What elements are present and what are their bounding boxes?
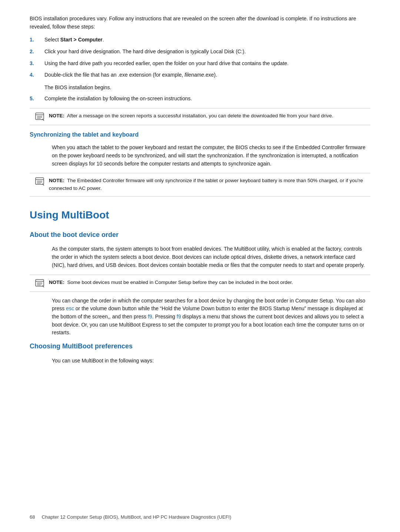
note-content-2: The Embedded Controller firmware will on… [49,178,363,191]
list-item: 5. Complete the installation by followin… [30,95,370,103]
bios-installation-begins: The BIOS installation begins. [44,84,370,92]
note-label-3: NOTE: [49,280,64,285]
step-content-4: Double-click the file that has an .exe e… [44,71,370,79]
sync-heading: Synchronizing the tablet and keyboard [30,130,370,140]
list-item: 1. Select Start > Computer. [30,36,370,44]
note-label-2: NOTE: [49,178,64,183]
note-icon-1 [35,113,45,121]
step-content-5: Complete the installation by following t… [44,95,370,103]
list-item: 2. Click your hard drive designation. Th… [30,48,370,56]
note-content-1: After a message on the screen reports a … [67,113,333,118]
step-number-5: 5. [30,95,44,103]
step-4-subtext: The BIOS installation begins. [44,84,370,92]
step-number-3: 3. [30,60,44,68]
list-item: 3. Using the hard drive path you recorde… [30,60,370,68]
step-number-2: 2. [30,48,44,56]
note-icon-2 [35,177,45,186]
note-box-2: NOTE: The Embedded Controller firmware w… [30,173,370,197]
footer: 68 Chapter 12 Computer Setup (BIOS), Mul… [30,513,370,521]
choosing-heading: Choosing MultiBoot preferences [30,341,370,352]
bold-text: Start > Computer [60,37,103,43]
note-content-3: Some boot devices must be enabled in Com… [67,280,293,285]
step-number-4: 4. [30,71,44,79]
note-text-1: NOTE: After a message on the screen repo… [49,112,333,120]
note-box-3: NOTE: Some boot devices must be enabled … [30,275,370,292]
list-item: 4. Double-click the file that has an .ex… [30,71,370,79]
step-number-1: 1. [30,36,44,44]
note-label-1: NOTE: [49,113,64,118]
note-text-2: NOTE: The Embedded Controller firmware w… [49,177,365,193]
footer-chapter-text: Chapter 12 Computer Setup (BIOS), MultiB… [42,514,231,520]
sync-paragraph: When you attach the tablet to the power … [52,144,370,168]
f9-link-1: f9 [148,314,152,319]
intro-paragraph: BIOS installation procedures vary. Follo… [30,15,370,31]
esc-link: esc [66,305,74,311]
step-content-2: Click your hard drive designation. The h… [44,48,370,56]
note-icon-3 [35,279,45,288]
steps-list: 1. Select Start > Computer. 2. Click you… [30,36,370,79]
chapter-heading: Using MultiBoot [30,207,370,223]
boot-paragraph-2: You can change the order in which the co… [52,297,370,337]
step-content-1: Select Start > Computer. [44,36,370,44]
page-container: BIOS installation procedures vary. Follo… [0,0,400,532]
italic-filename: filename [184,72,204,78]
f9-link-2: f9 [177,314,181,319]
choosing-paragraph: You can use MultiBoot in the following w… [52,357,370,365]
boot-paragraph-1: As the computer starts, the system attem… [52,245,370,269]
note-text-3: NOTE: Some boot devices must be enabled … [49,279,293,287]
footer-page-number: 68 [30,514,35,520]
steps-list-continued: 5. Complete the installation by followin… [30,95,370,103]
note-box-1: NOTE: After a message on the screen repo… [30,108,370,125]
boot-section-heading: About the boot device order [30,230,370,240]
step-content-3: Using the hard drive path you recorded e… [44,60,370,68]
